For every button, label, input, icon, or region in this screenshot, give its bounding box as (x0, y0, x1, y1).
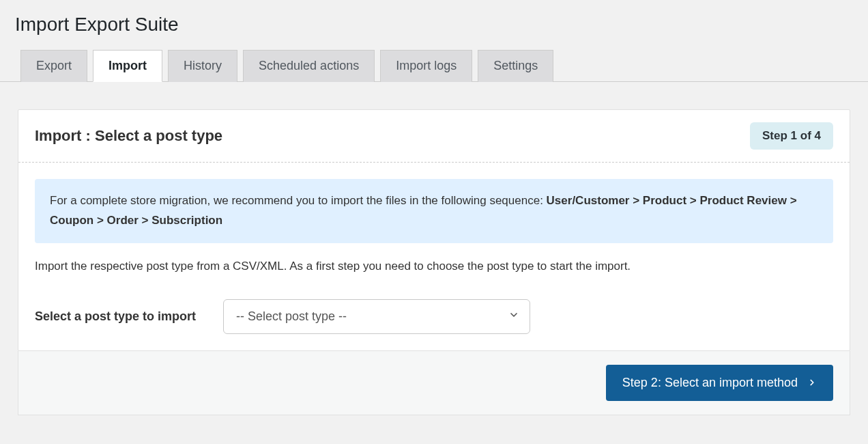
post-type-select[interactable]: -- Select post type -- (223, 299, 530, 334)
post-type-field: Select a post type to import -- Select p… (35, 299, 833, 334)
tab-import[interactable]: Import (93, 50, 162, 82)
import-description: Import the respective post type from a C… (35, 260, 833, 273)
migration-notice: For a complete store migration, we recom… (35, 179, 833, 243)
post-type-label: Select a post type to import (35, 309, 196, 324)
panel-footer: Step 2: Select an import method (18, 351, 850, 415)
tab-import-logs[interactable]: Import logs (380, 50, 472, 82)
tab-scheduled-actions[interactable]: Scheduled actions (243, 50, 375, 82)
tabs-nav: Export Import History Scheduled actions … (0, 49, 868, 82)
panel-body: For a complete store migration, we recom… (18, 163, 850, 350)
import-panel: Import : Select a post type Step 1 of 4 … (18, 109, 850, 351)
panel-title: Import : Select a post type (35, 127, 222, 145)
page-title: Import Export Suite (0, 0, 868, 49)
notice-text: For a complete store migration, we recom… (50, 194, 547, 207)
step-badge: Step 1 of 4 (750, 122, 833, 150)
post-type-select-wrap: -- Select post type -- (223, 299, 530, 334)
tab-export[interactable]: Export (20, 50, 87, 82)
next-step-button[interactable]: Step 2: Select an import method (606, 365, 833, 401)
chevron-right-icon (807, 378, 817, 387)
tab-settings[interactable]: Settings (478, 50, 553, 82)
next-step-label: Step 2: Select an import method (622, 376, 798, 390)
tab-history[interactable]: History (168, 50, 237, 82)
panel-header: Import : Select a post type Step 1 of 4 (18, 110, 850, 163)
